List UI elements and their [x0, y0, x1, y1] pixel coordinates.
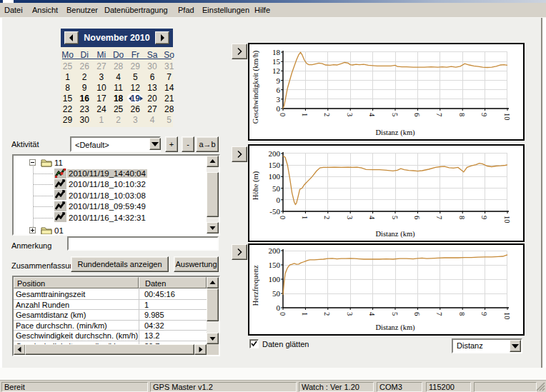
svg-text:0: 0: [279, 216, 287, 219]
svg-text:9: 9: [480, 113, 488, 116]
svg-text:6: 6: [413, 312, 421, 316]
svg-text:2: 2: [323, 113, 331, 116]
svg-text:0: 0: [277, 104, 281, 113]
svg-text:10: 10: [503, 113, 511, 121]
svg-text:5: 5: [391, 216, 399, 219]
svg-text:150: 150: [269, 161, 281, 169]
svg-text:9: 9: [480, 216, 488, 219]
svg-text:7: 7: [435, 113, 443, 116]
svg-text:7: 7: [435, 312, 443, 316]
svg-text:6: 6: [413, 113, 421, 116]
svg-text:50: 50: [272, 289, 281, 298]
svg-text:1: 1: [301, 216, 309, 219]
svg-text:Distanz (km): Distanz (km): [375, 129, 415, 137]
svg-text:Herzfrequenz: Herzfrequenz: [252, 265, 259, 306]
svg-text:6: 6: [413, 216, 421, 219]
svg-text:100: 100: [269, 172, 281, 181]
svg-text:9: 9: [277, 76, 281, 85]
svg-text:100: 100: [269, 275, 281, 283]
svg-text:Distanz (km): Distanz (km): [375, 230, 415, 238]
svg-text:4: 4: [368, 312, 376, 316]
svg-text:Geschwindigkeit (km/h): Geschwindigkeit (km/h): [252, 50, 260, 124]
svg-text:1: 1: [301, 113, 309, 116]
svg-text:3: 3: [277, 95, 281, 104]
svg-text:Höhe (m): Höhe (m): [252, 171, 260, 200]
svg-text:0: 0: [277, 303, 281, 312]
svg-text:2: 2: [323, 312, 331, 316]
svg-text:5: 5: [391, 312, 399, 316]
svg-text:4: 4: [368, 216, 376, 220]
svg-text:0: 0: [279, 113, 287, 116]
svg-text:5: 5: [391, 113, 399, 116]
svg-text:10: 10: [503, 312, 511, 320]
svg-text:3: 3: [346, 312, 354, 316]
svg-text:3: 3: [346, 216, 354, 219]
svg-text:15: 15: [272, 57, 281, 66]
svg-text:3: 3: [346, 113, 354, 116]
svg-text:12: 12: [272, 66, 280, 75]
svg-text:6: 6: [277, 86, 281, 94]
svg-text:0: 0: [279, 312, 287, 316]
svg-text:200: 200: [269, 246, 281, 255]
svg-text:18: 18: [272, 48, 281, 56]
svg-text:8: 8: [458, 312, 466, 316]
svg-text:7: 7: [435, 216, 443, 219]
svg-text:4: 4: [368, 113, 376, 117]
svg-text:150: 150: [269, 261, 281, 269]
svg-text:1: 1: [301, 312, 309, 316]
svg-text:0: 0: [277, 196, 281, 204]
svg-text:50: 50: [272, 184, 281, 193]
svg-text:-50: -50: [269, 207, 280, 216]
svg-text:200: 200: [269, 149, 281, 158]
svg-text:8: 8: [458, 113, 466, 116]
svg-text:Distanz (km): Distanz (km): [375, 323, 415, 332]
svg-text:8: 8: [458, 216, 466, 219]
svg-text:9: 9: [480, 312, 488, 316]
svg-text:10: 10: [503, 216, 511, 223]
svg-text:2: 2: [323, 216, 331, 219]
